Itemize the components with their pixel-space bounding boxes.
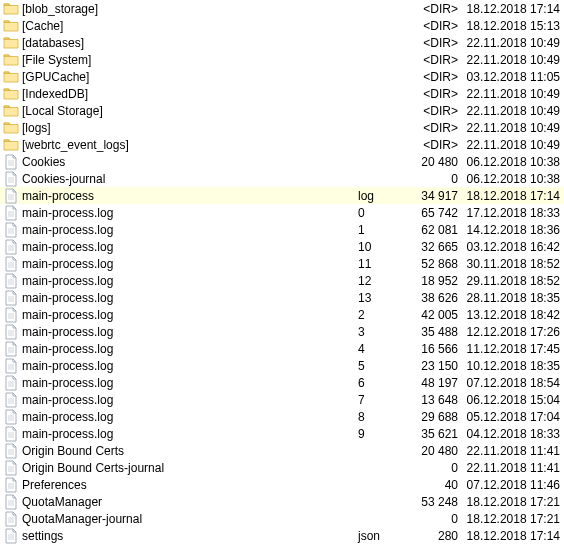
file-row[interactable]: main-process.log829 68805.12.2018 17:04: [0, 408, 564, 425]
file-row[interactable]: main-process.log713 64806.12.2018 15:04: [0, 391, 564, 408]
folder-icon: [3, 52, 19, 68]
file-date: 22.11.2018 10:49: [462, 121, 564, 135]
file-name: main-process.log: [22, 308, 358, 322]
file-row[interactable]: Preferences4007.12.2018 11:46: [0, 476, 564, 493]
file-name: QuotaManager: [22, 495, 358, 509]
file-icon: [3, 307, 19, 323]
file-icon: [3, 528, 19, 544]
file-date: 18.12.2018 17:14: [462, 529, 564, 543]
file-row[interactable]: [GPUCache]<DIR>03.12.2018 11:05: [0, 68, 564, 85]
file-icon: [3, 392, 19, 408]
file-row[interactable]: main-process.log162 08114.12.2018 18:36: [0, 221, 564, 238]
file-row[interactable]: Cookies-journal006.12.2018 10:38: [0, 170, 564, 187]
file-row[interactable]: main-process.log1218 95229.11.2018 18:52: [0, 272, 564, 289]
file-row[interactable]: settingsjson28018.12.2018 17:14: [0, 527, 564, 544]
file-name: main-process.log: [22, 291, 358, 305]
file-row[interactable]: Origin Bound Certs-journal022.11.2018 11…: [0, 459, 564, 476]
folder-icon: [3, 103, 19, 119]
file-date: 03.12.2018 16:42: [462, 240, 564, 254]
file-ext: 8: [358, 410, 396, 424]
file-row[interactable]: [Cache]<DIR>18.12.2018 15:13: [0, 17, 564, 34]
file-size: <DIR>: [396, 19, 462, 33]
file-date: 17.12.2018 18:33: [462, 206, 564, 220]
file-icon: [3, 375, 19, 391]
file-name: main-process: [22, 189, 358, 203]
file-icon: [3, 273, 19, 289]
file-row[interactable]: [databases]<DIR>22.11.2018 10:49: [0, 34, 564, 51]
file-date: 18.12.2018 17:21: [462, 512, 564, 526]
file-icon: [3, 154, 19, 170]
file-row[interactable]: main-process.log242 00513.12.2018 18:42: [0, 306, 564, 323]
file-size: 29 688: [396, 410, 462, 424]
file-row[interactable]: main-process.log1152 86830.11.2018 18:52: [0, 255, 564, 272]
file-size: 0: [396, 172, 462, 186]
file-row[interactable]: [File System]<DIR>22.11.2018 10:49: [0, 51, 564, 68]
file-row[interactable]: main-process.log648 19707.12.2018 18:54: [0, 374, 564, 391]
file-date: 22.11.2018 10:49: [462, 104, 564, 118]
file-name: [blob_storage]: [22, 2, 358, 16]
file-row[interactable]: QuotaManager-journal018.12.2018 17:21: [0, 510, 564, 527]
file-size: 13 648: [396, 393, 462, 407]
file-date: 22.11.2018 10:49: [462, 36, 564, 50]
file-row[interactable]: QuotaManager53 24818.12.2018 17:21: [0, 493, 564, 510]
file-size: 62 081: [396, 223, 462, 237]
file-size: <DIR>: [396, 70, 462, 84]
file-name: main-process.log: [22, 342, 358, 356]
folder-icon: [3, 120, 19, 136]
file-row[interactable]: [blob_storage]<DIR>18.12.2018 17:14: [0, 0, 564, 17]
file-size: 0: [396, 461, 462, 475]
file-size: 42 005: [396, 308, 462, 322]
file-size: 38 626: [396, 291, 462, 305]
file-size: 34 917: [396, 189, 462, 203]
file-row[interactable]: main-process.log065 74217.12.2018 18:33: [0, 204, 564, 221]
file-row[interactable]: main-process.log1338 62628.11.2018 18:35: [0, 289, 564, 306]
file-size: 23 150: [396, 359, 462, 373]
file-row[interactable]: [logs]<DIR>22.11.2018 10:49: [0, 119, 564, 136]
file-name: main-process.log: [22, 325, 358, 339]
file-icon: [3, 239, 19, 255]
file-date: 07.12.2018 18:54: [462, 376, 564, 390]
file-icon: [3, 494, 19, 510]
file-date: 14.12.2018 18:36: [462, 223, 564, 237]
file-size: 0: [396, 512, 462, 526]
file-row[interactable]: main-processlog34 91718.12.2018 17:14: [0, 187, 564, 204]
file-row[interactable]: [webrtc_event_logs]<DIR>22.11.2018 10:49: [0, 136, 564, 153]
file-ext: 1: [358, 223, 396, 237]
file-name: [databases]: [22, 36, 358, 50]
file-icon: [3, 460, 19, 476]
file-date: 06.12.2018 10:38: [462, 172, 564, 186]
file-size: 53 248: [396, 495, 462, 509]
file-size: 40: [396, 478, 462, 492]
file-ext: 3: [358, 325, 396, 339]
file-row[interactable]: [Local Storage]<DIR>22.11.2018 10:49: [0, 102, 564, 119]
folder-icon: [3, 1, 19, 17]
file-name: Cookies: [22, 155, 358, 169]
file-row[interactable]: main-process.log416 56611.12.2018 17:45: [0, 340, 564, 357]
file-size: <DIR>: [396, 2, 462, 16]
file-icon: [3, 358, 19, 374]
file-name: main-process.log: [22, 223, 358, 237]
file-row[interactable]: [IndexedDB]<DIR>22.11.2018 10:49: [0, 85, 564, 102]
file-size: 48 197: [396, 376, 462, 390]
file-icon: [3, 409, 19, 425]
file-row[interactable]: main-process.log335 48812.12.2018 17:26: [0, 323, 564, 340]
file-size: 35 621: [396, 427, 462, 441]
file-row[interactable]: main-process.log523 15010.12.2018 18:35: [0, 357, 564, 374]
file-icon: [3, 290, 19, 306]
file-ext: 9: [358, 427, 396, 441]
folder-icon: [3, 18, 19, 34]
file-name: main-process.log: [22, 376, 358, 390]
file-row[interactable]: main-process.log935 62104.12.2018 18:33: [0, 425, 564, 442]
file-list[interactable]: [blob_storage]<DIR>18.12.2018 17:14[Cach…: [0, 0, 564, 544]
file-date: 18.12.2018 15:13: [462, 19, 564, 33]
file-size: <DIR>: [396, 121, 462, 135]
file-size: 20 480: [396, 155, 462, 169]
file-name: [logs]: [22, 121, 358, 135]
file-row[interactable]: Cookies20 48006.12.2018 10:38: [0, 153, 564, 170]
file-row[interactable]: Origin Bound Certs20 48022.11.2018 11:41: [0, 442, 564, 459]
file-row[interactable]: main-process.log1032 66503.12.2018 16:42: [0, 238, 564, 255]
file-name: main-process.log: [22, 427, 358, 441]
file-ext: 7: [358, 393, 396, 407]
file-size: 280: [396, 529, 462, 543]
file-name: main-process.log: [22, 274, 358, 288]
